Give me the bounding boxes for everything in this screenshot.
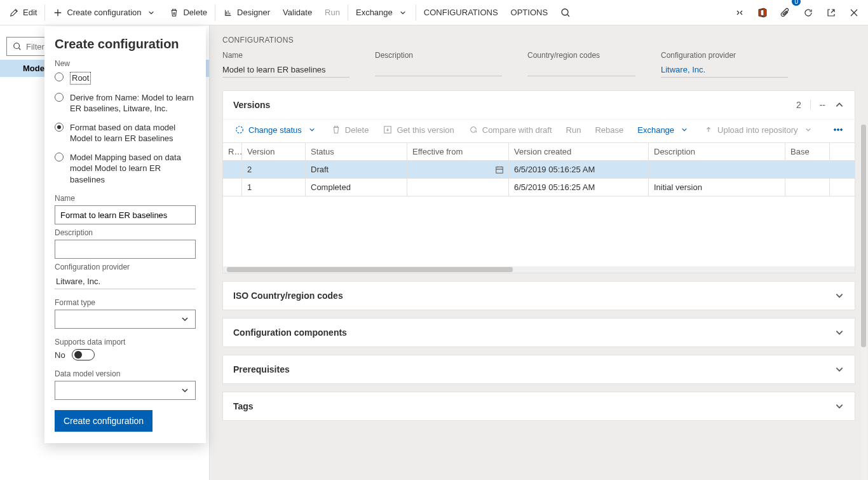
- dmv-select[interactable]: [55, 381, 196, 400]
- create-config-panel: Create configuration New Root Derive fro…: [44, 27, 206, 443]
- field-description-value[interactable]: [375, 62, 502, 76]
- cell-created[interactable]: 6/5/2019 05:16:25 AM: [509, 161, 649, 178]
- import-label: Supports data import: [55, 338, 196, 346]
- field-country-codes: Country/region codes: [527, 51, 635, 78]
- desc-label: Description: [55, 228, 196, 237]
- iso-title: ISO Country/region codes: [233, 291, 343, 301]
- components-header[interactable]: Configuration components: [223, 319, 855, 346]
- attachments-button[interactable]: 0: [774, 0, 797, 25]
- designer-button[interactable]: Designer: [217, 0, 276, 25]
- col-created[interactable]: Version created: [509, 143, 649, 160]
- radio-root[interactable]: Root: [55, 72, 196, 85]
- radio-mapping[interactable]: Model Mapping based on data model Model …: [55, 152, 196, 186]
- create-config-button[interactable]: Create configuration: [46, 0, 163, 25]
- col-version[interactable]: Version: [242, 143, 306, 160]
- iso-header[interactable]: ISO Country/region codes: [223, 282, 855, 310]
- svg-point-4: [837, 129, 839, 131]
- field-provider-label: Configuration provider: [661, 51, 788, 60]
- cell-base[interactable]: [785, 161, 830, 178]
- col-description[interactable]: Description: [649, 143, 785, 160]
- chevron-down-icon: [834, 364, 844, 374]
- iso-panel: ISO Country/region codes: [222, 281, 855, 310]
- versions-header[interactable]: Versions 2 --: [223, 91, 855, 119]
- cell-created[interactable]: 6/5/2019 05:16:25 AM: [509, 179, 649, 196]
- table-row[interactable]: 1 Completed 6/5/2019 05:16:25 AM Initial…: [223, 179, 855, 196]
- chevron-down-icon: [834, 401, 844, 411]
- attachments-count: 0: [792, 0, 801, 6]
- cell-base[interactable]: [785, 179, 830, 196]
- v-exchange-button[interactable]: Exchange: [632, 122, 695, 137]
- submit-label: Create configuration: [64, 416, 144, 426]
- field-name-value[interactable]: Model to learn ER baselines: [222, 62, 349, 78]
- chevron-down-icon: [834, 327, 844, 338]
- field-description: Description: [375, 51, 502, 78]
- more-button[interactable]: [828, 122, 848, 137]
- radio-derive-label: Derive from Name: Model to learn ER base…: [70, 92, 196, 114]
- cell-description[interactable]: Initial version: [649, 179, 785, 196]
- chevron-up-icon[interactable]: [834, 100, 844, 110]
- dmv-label: Data model version: [55, 369, 196, 378]
- popout-button[interactable]: [820, 0, 843, 25]
- chevron-down-icon: [180, 385, 190, 395]
- calendar-icon[interactable]: [494, 165, 505, 175]
- edit-button[interactable]: Edit: [3, 0, 43, 25]
- import-toggle[interactable]: [72, 349, 95, 360]
- col-rev[interactable]: R...: [223, 143, 242, 160]
- svg-point-0: [562, 9, 568, 15]
- radio-derive[interactable]: Derive from Name: Model to learn ER base…: [55, 92, 196, 114]
- cell-effective[interactable]: [407, 179, 509, 196]
- create-config-submit[interactable]: Create configuration: [55, 410, 153, 432]
- col-status[interactable]: Status: [306, 143, 407, 160]
- col-effective[interactable]: Effective from: [407, 143, 509, 160]
- compare-button: Compare with draft: [463, 122, 557, 137]
- svg-point-3: [834, 129, 836, 131]
- cell-description[interactable]: [649, 161, 785, 178]
- cell-version[interactable]: 1: [242, 179, 306, 196]
- status-icon: [234, 125, 245, 135]
- delete-button[interactable]: Delete: [163, 0, 214, 25]
- format-type-label: Format type: [55, 298, 196, 307]
- radio-format[interactable]: Format based on data model Model to lear…: [55, 122, 196, 144]
- page-v-scrollbar[interactable]: [860, 125, 867, 480]
- cell-version[interactable]: 2: [242, 161, 306, 178]
- cell-effective[interactable]: [407, 161, 509, 178]
- radio-root-label: Root: [70, 72, 91, 85]
- trace-button[interactable]: [728, 0, 751, 25]
- name-input[interactable]: [55, 205, 196, 224]
- change-status-button[interactable]: Change status: [229, 122, 322, 137]
- name-label: Name: [55, 194, 196, 203]
- validate-button[interactable]: Validate: [276, 0, 318, 25]
- configurations-button[interactable]: CONFIGURATIONS: [417, 0, 505, 25]
- validate-label: Validate: [283, 8, 312, 17]
- v-delete-button: Delete: [326, 122, 374, 137]
- options-button[interactable]: OPTIONS: [505, 0, 555, 25]
- prereq-header[interactable]: Prerequisites: [223, 355, 855, 383]
- col-base[interactable]: Base: [785, 143, 830, 160]
- cell-status[interactable]: Completed: [306, 179, 407, 196]
- search-icon: [560, 8, 571, 18]
- close-button[interactable]: [843, 0, 865, 25]
- components-title: Configuration components: [233, 327, 347, 338]
- header-section: CONFIGURATIONS Name Model to learn ER ba…: [222, 36, 855, 83]
- search-button[interactable]: [554, 0, 577, 25]
- refresh-button[interactable]: [797, 0, 820, 25]
- get-version-button: Get this version: [377, 122, 459, 137]
- grid-h-scrollbar[interactable]: [223, 266, 855, 273]
- field-codes-value[interactable]: [527, 62, 635, 76]
- radio-icon: [55, 123, 64, 132]
- cell-status[interactable]: Draft: [306, 161, 407, 178]
- office-button[interactable]: [751, 0, 774, 25]
- chevron-down-icon: [398, 8, 408, 18]
- table-row[interactable]: 2 Draft 6/5/2019 05:16:25 AM: [223, 161, 855, 179]
- field-provider-value[interactable]: Litware, Inc.: [661, 62, 788, 78]
- format-type-select[interactable]: [55, 310, 196, 329]
- components-panel: Configuration components: [222, 318, 855, 347]
- header-title: CONFIGURATIONS: [222, 36, 855, 45]
- field-description-label: Description: [375, 51, 502, 60]
- tags-header[interactable]: Tags: [223, 392, 855, 420]
- trash-icon: [169, 8, 179, 18]
- desc-input[interactable]: [55, 240, 196, 259]
- designer-label: Designer: [237, 8, 270, 17]
- provider-value: Litware, Inc.: [55, 274, 196, 289]
- exchange-button[interactable]: Exchange: [349, 0, 414, 25]
